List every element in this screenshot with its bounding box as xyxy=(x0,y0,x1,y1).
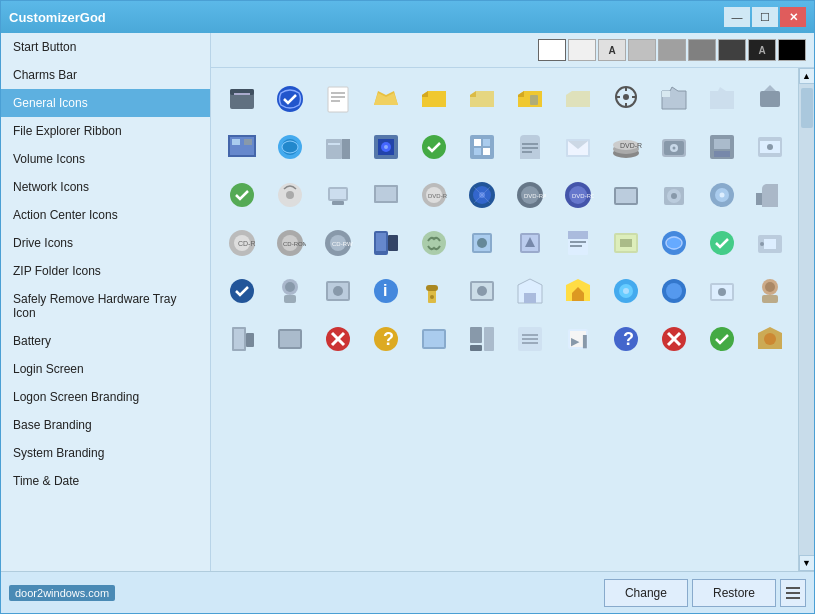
icon-cell-34[interactable] xyxy=(315,172,361,218)
icon-cell-6[interactable] xyxy=(507,76,553,122)
icon-cell-68[interactable] xyxy=(411,268,457,314)
icon-cell-64[interactable] xyxy=(219,268,265,314)
style-btn-8[interactable] xyxy=(778,39,806,61)
icon-cell-8[interactable] xyxy=(603,76,649,122)
icon-cell-43[interactable] xyxy=(747,172,793,218)
sidebar-item-base-branding[interactable]: Base Branding xyxy=(1,411,210,439)
icon-cell-38[interactable]: DVD-RAM xyxy=(507,172,553,218)
sidebar-item-time-date[interactable]: Time & Date xyxy=(1,467,210,495)
scroll-up-button[interactable]: ▲ xyxy=(799,68,815,84)
icon-cell-48[interactable]: CD-R xyxy=(219,220,265,266)
sidebar-item-start-button[interactable]: Start Button xyxy=(1,33,210,61)
icon-cell-24[interactable]: DVD-RW xyxy=(603,124,649,170)
change-button[interactable]: Change xyxy=(604,579,688,607)
style-btn-6[interactable] xyxy=(718,39,746,61)
icon-cell-22[interactable] xyxy=(507,124,553,170)
icon-cell-86[interactable] xyxy=(507,316,553,362)
maximize-button[interactable]: ☐ xyxy=(752,7,778,27)
icon-cell-81[interactable] xyxy=(267,316,313,362)
icon-cell-32[interactable] xyxy=(219,172,265,218)
icon-cell-85[interactable] xyxy=(459,316,505,362)
icon-cell-54[interactable] xyxy=(507,220,553,266)
sidebar-item-zip-folder-icons[interactable]: ZIP Folder Icons xyxy=(1,257,210,285)
sidebar-item-login-screen[interactable]: Login Screen xyxy=(1,355,210,383)
icon-cell-35[interactable] xyxy=(363,172,409,218)
icon-cell-1[interactable] xyxy=(267,76,313,122)
icon-cell-37[interactable] xyxy=(459,172,505,218)
sidebar-item-system-branding[interactable]: System Branding xyxy=(1,439,210,467)
icon-cell-80[interactable] xyxy=(219,316,265,362)
icon-cell-17[interactable] xyxy=(267,124,313,170)
icon-cell-52[interactable] xyxy=(411,220,457,266)
scroll-down-button[interactable]: ▼ xyxy=(799,555,815,571)
icon-cell-91[interactable] xyxy=(747,316,793,362)
icon-cell-2[interactable] xyxy=(315,76,361,122)
icon-cell-39[interactable]: DVD-ROM xyxy=(555,172,601,218)
icon-cell-0[interactable] xyxy=(219,76,265,122)
restore-button[interactable]: Restore xyxy=(692,579,776,607)
icon-cell-87[interactable]: ▶▐ xyxy=(555,316,601,362)
sidebar-item-battery[interactable]: Battery xyxy=(1,327,210,355)
style-btn-0[interactable] xyxy=(538,39,566,61)
icon-cell-25[interactable] xyxy=(651,124,697,170)
icon-cell-42[interactable] xyxy=(699,172,745,218)
icon-cell-26[interactable] xyxy=(699,124,745,170)
style-btn-1[interactable] xyxy=(568,39,596,61)
icon-cell-16[interactable] xyxy=(219,124,265,170)
icon-cell-65[interactable] xyxy=(267,268,313,314)
icon-cell-3[interactable] xyxy=(363,76,409,122)
icon-cell-49[interactable]: CD-ROM xyxy=(267,220,313,266)
icon-cell-72[interactable] xyxy=(603,268,649,314)
icon-cell-7[interactable] xyxy=(555,76,601,122)
icon-cell-21[interactable] xyxy=(459,124,505,170)
icon-cell-36[interactable]: DVD-R xyxy=(411,172,457,218)
icon-cell-57[interactable] xyxy=(651,220,697,266)
icon-cell-58[interactable] xyxy=(699,220,745,266)
icon-cell-56[interactable] xyxy=(603,220,649,266)
close-button[interactable]: ✕ xyxy=(780,7,806,27)
icon-cell-55[interactable] xyxy=(555,220,601,266)
icon-cell-4[interactable] xyxy=(411,76,457,122)
icon-cell-82[interactable] xyxy=(315,316,361,362)
icon-cell-66[interactable] xyxy=(315,268,361,314)
icon-cell-23[interactable] xyxy=(555,124,601,170)
sidebar-item-drive-icons[interactable]: Drive Icons xyxy=(1,229,210,257)
style-btn-7[interactable]: A xyxy=(748,39,776,61)
style-btn-3[interactable] xyxy=(628,39,656,61)
style-btn-2[interactable]: A xyxy=(598,39,626,61)
icon-cell-75[interactable] xyxy=(747,268,793,314)
style-btn-5[interactable] xyxy=(688,39,716,61)
icon-cell-90[interactable] xyxy=(699,316,745,362)
icon-cell-70[interactable] xyxy=(507,268,553,314)
icon-cell-74[interactable] xyxy=(699,268,745,314)
sidebar-item-charms-bar[interactable]: Charms Bar xyxy=(1,61,210,89)
sidebar-item-safely-remove[interactable]: Safely Remove Hardware Tray Icon xyxy=(1,285,210,327)
icon-cell-11[interactable] xyxy=(747,76,793,122)
icon-cell-20[interactable] xyxy=(411,124,457,170)
sidebar-item-network-icons[interactable]: Network Icons xyxy=(1,173,210,201)
scroll-thumb[interactable] xyxy=(801,88,813,128)
icon-cell-9[interactable] xyxy=(651,76,697,122)
minimize-button[interactable]: — xyxy=(724,7,750,27)
icon-cell-10[interactable] xyxy=(699,76,745,122)
icon-cell-53[interactable] xyxy=(459,220,505,266)
icon-cell-84[interactable] xyxy=(411,316,457,362)
icon-cell-89[interactable] xyxy=(651,316,697,362)
icon-cell-88[interactable]: ? xyxy=(603,316,649,362)
icon-cell-33[interactable] xyxy=(267,172,313,218)
icon-cell-71[interactable] xyxy=(555,268,601,314)
icon-cell-69[interactable] xyxy=(459,268,505,314)
sidebar-item-general-icons[interactable]: General Icons xyxy=(1,89,210,117)
icon-cell-40[interactable] xyxy=(603,172,649,218)
icon-cell-51[interactable] xyxy=(363,220,409,266)
icon-cell-19[interactable] xyxy=(363,124,409,170)
style-btn-4[interactable] xyxy=(658,39,686,61)
sidebar-item-file-explorer-ribbon[interactable]: File Explorer Ribbon xyxy=(1,117,210,145)
sidebar-item-volume-icons[interactable]: Volume Icons xyxy=(1,145,210,173)
icon-cell-41[interactable] xyxy=(651,172,697,218)
icon-cell-67[interactable]: i xyxy=(363,268,409,314)
icon-cell-73[interactable] xyxy=(651,268,697,314)
icon-cell-5[interactable] xyxy=(459,76,505,122)
menu-button[interactable] xyxy=(780,579,806,607)
icon-cell-18[interactable] xyxy=(315,124,361,170)
